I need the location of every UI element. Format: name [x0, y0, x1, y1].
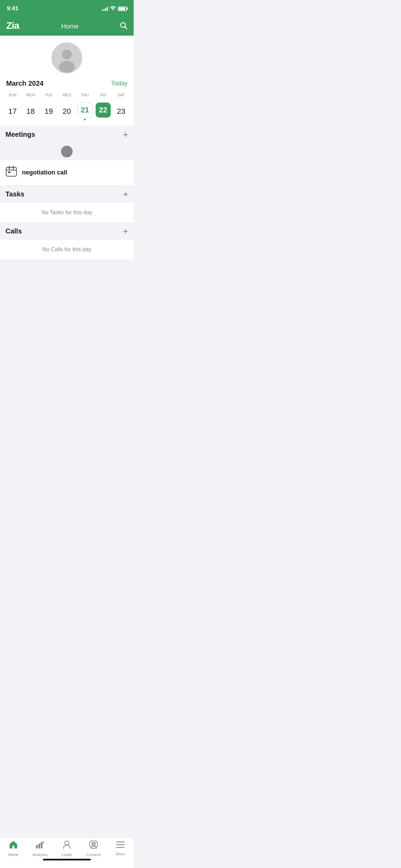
- svg-rect-7: [6, 167, 16, 176]
- page-title: Home: [61, 23, 79, 30]
- weekday-sun: SUN: [3, 92, 22, 98]
- search-button[interactable]: [119, 21, 127, 32]
- calendar-month-year: March 2024: [6, 80, 44, 87]
- gray-area: [0, 260, 134, 335]
- tasks-empty-state: No Tasks for this day: [0, 203, 134, 222]
- status-time: 9:41: [7, 5, 19, 12]
- meeting-item[interactable]: negotiation call: [0, 160, 134, 185]
- avatar-section: [0, 36, 134, 77]
- weekday-fri: FRI: [94, 92, 112, 98]
- meeting-title: negotiation call: [22, 169, 67, 176]
- calls-empty-text: No Calls for this day: [42, 246, 91, 252]
- meetings-section-header: Meetings +: [0, 126, 134, 143]
- calendar-day-21[interactable]: 21: [76, 100, 94, 122]
- add-meeting-button[interactable]: +: [123, 130, 128, 139]
- signal-icon: [102, 7, 108, 11]
- calendar-header: March 2024 Today: [3, 77, 130, 92]
- add-task-button[interactable]: +: [123, 190, 128, 198]
- meeting-calendar-icon: [5, 166, 17, 180]
- weekday-mon: MON: [22, 92, 40, 98]
- calendar-weekdays: SUN MON TUE WED THU FRI SAT: [3, 92, 130, 98]
- day-dot-21: [84, 119, 86, 120]
- calls-empty-state: No Calls for this day: [0, 240, 134, 260]
- svg-point-6: [59, 61, 75, 73]
- svg-point-0: [112, 10, 113, 10]
- calendar-day-23[interactable]: 23: [112, 100, 130, 122]
- weekday-tue: TUE: [40, 92, 58, 98]
- battery-icon: [118, 7, 127, 11]
- svg-line-3: [125, 27, 127, 29]
- svg-text:Zia: Zia: [6, 20, 20, 31]
- calendar-day-22[interactable]: 22: [94, 100, 112, 122]
- scroll-indicator: [0, 143, 134, 160]
- calendar-day-17[interactable]: 17: [3, 100, 22, 122]
- wifi-icon: [110, 6, 116, 11]
- weekday-sat: SAT: [112, 92, 130, 98]
- status-bar: 9:41: [0, 0, 134, 17]
- calls-section-header: Calls +: [0, 222, 134, 240]
- day-dot-22: [102, 119, 104, 120]
- tasks-title: Tasks: [5, 190, 24, 198]
- calendar-day-19[interactable]: 19: [40, 100, 58, 122]
- tasks-empty-text: No Tasks for this day: [41, 209, 92, 215]
- svg-rect-11: [8, 171, 10, 173]
- weekday-thu: THU: [76, 92, 94, 98]
- svg-point-5: [62, 49, 72, 59]
- calendar-day-18[interactable]: 18: [22, 100, 40, 122]
- meetings-title: Meetings: [5, 131, 35, 138]
- calendar-days: 17 18 19 20 21 22 23: [3, 100, 130, 122]
- today-button[interactable]: Today: [111, 80, 127, 87]
- tasks-section-header: Tasks +: [0, 185, 134, 203]
- add-call-button[interactable]: +: [123, 227, 128, 236]
- scroll-dot: [61, 146, 73, 157]
- weekday-wed: WED: [58, 92, 76, 98]
- avatar: [51, 43, 82, 73]
- app-logo: Zia: [6, 19, 21, 34]
- status-icons: [102, 6, 127, 11]
- calendar-section: March 2024 Today SUN MON TUE WED THU FRI…: [0, 77, 134, 126]
- nav-bar: Zia Home: [0, 17, 134, 36]
- calendar-day-20[interactable]: 20: [58, 100, 76, 122]
- calls-title: Calls: [5, 227, 22, 235]
